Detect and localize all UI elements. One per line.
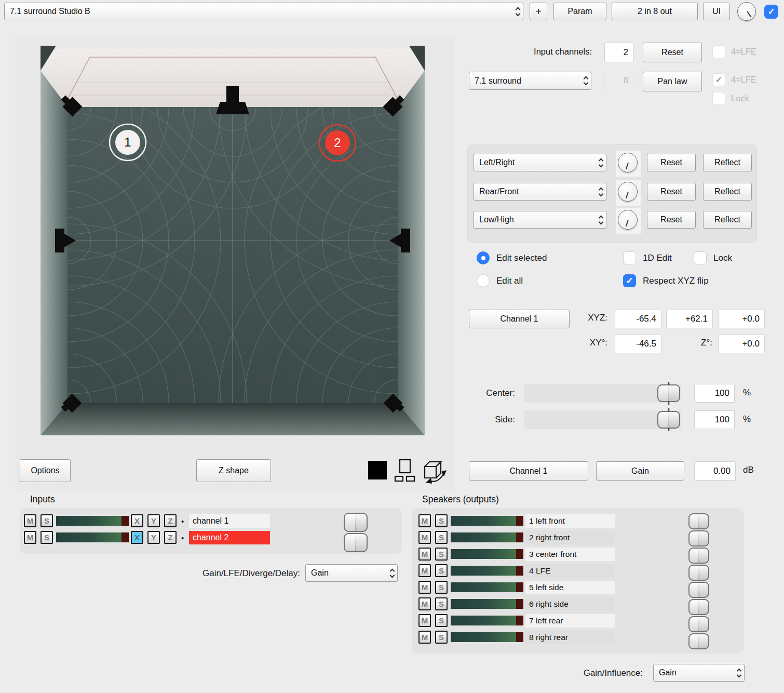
speaker5-solo-button[interactable]: S bbox=[435, 581, 448, 594]
reset-channels-button[interactable]: Reset bbox=[643, 43, 702, 62]
input1-solo-button[interactable]: S bbox=[40, 514, 53, 527]
respect-xyz-checkbox[interactable]: ✓ bbox=[623, 274, 636, 287]
position-channel-button[interactable]: Channel 1 bbox=[469, 310, 570, 328]
speaker8-mute-button[interactable]: M bbox=[418, 631, 431, 644]
pan-law-button[interactable]: Pan law bbox=[643, 72, 702, 91]
input1-name[interactable]: channel 1 bbox=[189, 514, 270, 528]
input2-fader-handle[interactable] bbox=[344, 533, 368, 552]
io-config-button[interactable]: 2 in 8 out bbox=[612, 3, 698, 20]
speaker6-mute-button[interactable]: M bbox=[418, 597, 431, 610]
speaker6-solo-button[interactable]: S bbox=[435, 597, 448, 610]
input2-x-button[interactable]: X bbox=[131, 531, 143, 544]
axis-reset-button-3[interactable]: Reset bbox=[647, 211, 696, 229]
input2-solo-button[interactable]: S bbox=[40, 531, 53, 544]
knob-pointer-icon bbox=[626, 163, 629, 169]
preset-stepper-icon bbox=[512, 8, 520, 16]
axis-select-rear-front[interactable]: Rear/Front bbox=[474, 183, 606, 201]
input1-x-button[interactable]: X bbox=[131, 514, 143, 527]
input1-y-button[interactable]: Y bbox=[147, 514, 160, 527]
input-channels-label: Input channels: bbox=[488, 47, 592, 57]
axis-reset-button-1[interactable]: Reset bbox=[647, 154, 696, 171]
header-knob[interactable] bbox=[737, 2, 756, 21]
side-slider-handle[interactable] bbox=[657, 411, 680, 429]
input2-y-button[interactable]: Y bbox=[147, 531, 160, 544]
speaker2-solo-button[interactable]: S bbox=[435, 531, 448, 544]
lfe-top-checkbox[interactable] bbox=[712, 45, 725, 58]
input1-z-button[interactable]: Z bbox=[164, 514, 177, 527]
speaker3-mute-button[interactable]: M bbox=[418, 548, 431, 561]
side-value-field[interactable] bbox=[694, 410, 735, 429]
speaker8-solo-button[interactable]: S bbox=[435, 631, 448, 644]
axis-reflect-button-1[interactable]: Reflect bbox=[703, 154, 752, 171]
one-d-edit-checkbox[interactable] bbox=[623, 251, 636, 264]
speaker3-solo-button[interactable]: S bbox=[435, 548, 448, 561]
input1-mute-button[interactable]: M bbox=[24, 514, 36, 527]
gain-channel-button[interactable]: Channel 1 bbox=[469, 461, 588, 481]
gain-mode-button[interactable]: Gain bbox=[596, 461, 684, 481]
param-button[interactable]: Param bbox=[553, 3, 606, 20]
speaker7-fader-handle[interactable] bbox=[688, 616, 709, 632]
center-slider-handle[interactable] bbox=[657, 384, 680, 402]
z-deg-label: Z°: bbox=[680, 338, 712, 348]
inputs-mode-select[interactable]: Gain bbox=[305, 564, 398, 582]
speakers-mode-select[interactable]: Gain bbox=[653, 664, 745, 682]
speaker1-solo-button[interactable]: S bbox=[435, 514, 448, 527]
speaker8-fader-handle[interactable] bbox=[688, 633, 709, 649]
ui-button[interactable]: UI bbox=[703, 3, 730, 20]
header-enable-checkbox[interactable]: ✓ bbox=[764, 5, 778, 19]
axis-knob-low-high[interactable] bbox=[618, 210, 638, 230]
input2-z-button[interactable]: Z bbox=[164, 531, 177, 544]
axis-knob-left-right[interactable] bbox=[618, 153, 638, 172]
input1-fader-handle[interactable] bbox=[344, 513, 368, 532]
speaker7-mute-button[interactable]: M bbox=[418, 614, 431, 627]
speaker1-fader-handle[interactable] bbox=[688, 513, 709, 529]
solid-view-icon[interactable] bbox=[368, 461, 387, 479]
preset-select[interactable]: 7.1 surround Studio B bbox=[4, 3, 523, 20]
edit-selected-radio[interactable] bbox=[477, 251, 490, 264]
room-3d-view[interactable]: 1 2 bbox=[40, 46, 425, 435]
layout-view-icon[interactable] bbox=[394, 458, 416, 482]
axis-knob-rear-front[interactable] bbox=[618, 182, 638, 202]
xy-deg-field[interactable] bbox=[615, 335, 661, 353]
room-left-wall bbox=[40, 71, 67, 435]
rotate-3d-cube-icon[interactable] bbox=[421, 457, 450, 484]
axis-reflect-button-2[interactable]: Reflect bbox=[703, 183, 752, 201]
axis-stepper-icon bbox=[595, 188, 603, 196]
preset-select-value: 7.1 surround Studio B bbox=[10, 7, 90, 16]
speaker1-mute-button[interactable]: M bbox=[418, 514, 431, 527]
speaker7-solo-button[interactable]: S bbox=[435, 614, 448, 627]
speaker2-mute-button[interactable]: M bbox=[418, 531, 431, 544]
lock-edit-checkbox[interactable] bbox=[694, 251, 707, 264]
speaker5-fader-handle[interactable] bbox=[688, 582, 709, 598]
x-position-field[interactable] bbox=[615, 310, 661, 328]
speaker4-solo-button[interactable]: S bbox=[435, 564, 448, 577]
axis-select-low-high[interactable]: Low/High bbox=[474, 211, 606, 229]
center-value-field[interactable] bbox=[694, 384, 735, 403]
options-button[interactable]: Options bbox=[20, 459, 71, 482]
speaker5-mute-button[interactable]: M bbox=[418, 581, 431, 594]
input-channels-field[interactable] bbox=[604, 43, 633, 62]
room-right-wall bbox=[398, 71, 425, 435]
z-shape-button[interactable]: Z shape bbox=[196, 459, 271, 482]
axis-select-left-right[interactable]: Left/Right bbox=[474, 154, 606, 171]
speaker6-fader-handle[interactable] bbox=[688, 599, 709, 615]
input2-name[interactable]: channel 2 bbox=[189, 531, 270, 544]
input2-mute-button[interactable]: M bbox=[24, 531, 36, 544]
speaker4-mute-button[interactable]: M bbox=[418, 564, 431, 577]
speaker2-fader-handle[interactable] bbox=[688, 530, 709, 547]
gain-value-field[interactable] bbox=[694, 461, 736, 481]
lfe-mid-checkbox[interactable]: ✓ bbox=[712, 73, 725, 86]
speaker4-fader-handle[interactable] bbox=[688, 565, 709, 581]
input2-bullet-icon: • bbox=[181, 534, 184, 542]
format-select-value: 7.1 surround bbox=[475, 76, 521, 86]
y-position-field[interactable] bbox=[666, 310, 713, 328]
axis-reflect-button-3[interactable]: Reflect bbox=[703, 211, 752, 229]
speaker3-fader-handle[interactable] bbox=[688, 548, 709, 564]
format-select[interactable]: 7.1 surround bbox=[469, 72, 591, 90]
z-position-field[interactable] bbox=[718, 310, 765, 328]
z-deg-field[interactable] bbox=[718, 335, 765, 353]
lock-top-checkbox[interactable] bbox=[712, 92, 725, 105]
edit-all-radio[interactable] bbox=[477, 274, 490, 287]
axis-reset-button-2[interactable]: Reset bbox=[647, 183, 696, 201]
add-preset-button[interactable]: + bbox=[530, 3, 547, 20]
